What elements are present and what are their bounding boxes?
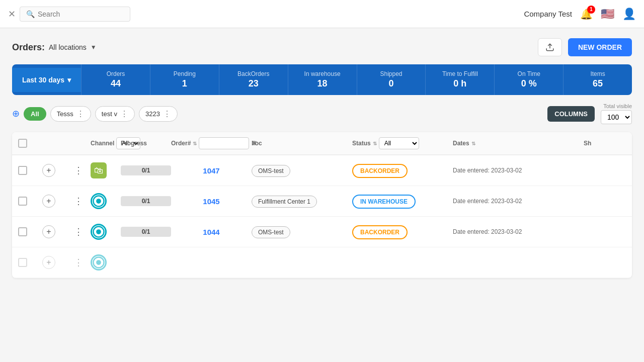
row2-checkbox-cell bbox=[18, 197, 42, 206]
columns-button[interactable]: COLUMNS bbox=[547, 106, 595, 122]
row3-location: OMS-test bbox=[252, 228, 352, 236]
oms-icon bbox=[91, 193, 107, 209]
col-dates-label: Dates bbox=[453, 140, 469, 147]
row3-menu-button[interactable]: ⋮ bbox=[66, 226, 91, 237]
stat-orders-label: Orders bbox=[86, 70, 146, 77]
visible-count-select[interactable]: 100 50 25 bbox=[601, 110, 632, 124]
oms-icon bbox=[91, 224, 107, 240]
row2-menu-button[interactable]: ⋮ bbox=[66, 196, 91, 207]
total-visible-label: Total visible bbox=[603, 103, 632, 109]
stats-period-button[interactable]: Last 30 days ▾ bbox=[12, 68, 81, 92]
row1-date: Date entered: 2023-03-02 bbox=[453, 167, 584, 174]
stat-orders: Orders 44 bbox=[81, 64, 150, 95]
topbar-right: Company Test 🔔 1 🇺🇸 👤 bbox=[524, 8, 636, 21]
row2-channel bbox=[91, 193, 121, 209]
filter-chip-tesss-menu[interactable]: ⋮ bbox=[76, 109, 85, 119]
row3-add-button[interactable]: + bbox=[42, 225, 55, 238]
stat-backorders: BackOrders 23 bbox=[219, 64, 288, 95]
row2-add-button[interactable]: + bbox=[42, 195, 55, 208]
order-search-input[interactable] bbox=[199, 137, 249, 149]
stats-bar: Last 30 days ▾ Orders 44 Pending 1 BackO… bbox=[12, 64, 632, 95]
col-lloc-header: lloc bbox=[252, 140, 352, 147]
row2-checkbox[interactable] bbox=[18, 197, 27, 206]
filter-chip-3223-label: 3223 bbox=[145, 110, 160, 118]
stat-pending: Pending 1 bbox=[150, 64, 219, 95]
stat-pending-value: 1 bbox=[154, 78, 215, 89]
svg-point-2 bbox=[96, 199, 101, 204]
user-icon[interactable]: 👤 bbox=[622, 8, 636, 21]
row1-add-button[interactable]: + bbox=[42, 164, 55, 177]
row1-checkbox[interactable] bbox=[18, 166, 27, 175]
col-ordernum-label: Order# bbox=[171, 140, 191, 147]
row4-checkbox-cell bbox=[18, 258, 42, 267]
table-header: Channel All Progress Order# ⇅ ✕ lloc Sta… bbox=[12, 132, 632, 155]
stat-time-fulfill: Time to Fulfill 0 h bbox=[425, 64, 494, 95]
header-actions: NEW ORDER bbox=[538, 38, 632, 56]
row4-add-button[interactable]: + bbox=[42, 256, 55, 269]
oms-icon bbox=[91, 254, 107, 270]
export-button[interactable] bbox=[538, 38, 562, 56]
ordernum-sort-icon[interactable]: ⇅ bbox=[193, 141, 197, 146]
notification-bell[interactable]: 🔔 1 bbox=[580, 8, 593, 20]
row3-checkbox[interactable] bbox=[18, 227, 27, 236]
row1-menu-button[interactable]: ⋮ bbox=[66, 165, 91, 176]
stat-shipped-value: 0 bbox=[361, 78, 422, 89]
main-content: Orders: All locations ▼ NEW ORDER Last 3… bbox=[0, 28, 644, 288]
filter-chip-3223[interactable]: 3223 ⋮ bbox=[139, 106, 178, 122]
stat-inwarehouse-label: In warehouse bbox=[292, 70, 353, 77]
table-row: + ⋮ 🛍 0/1 1047 OMS-test BACKORDER Date e… bbox=[12, 155, 632, 186]
location-dropdown-icon[interactable]: ▼ bbox=[91, 44, 97, 51]
stat-ontime-label: On Time bbox=[499, 70, 559, 77]
row2-location-badge: Fulfillment Center 1 bbox=[252, 196, 317, 208]
row2-status: IN WAREHOUSE bbox=[352, 197, 453, 205]
stat-orders-value: 44 bbox=[86, 78, 146, 89]
svg-point-4 bbox=[96, 229, 101, 234]
stat-time-fulfill-value: 0 h bbox=[430, 78, 490, 89]
row4-checkbox[interactable] bbox=[18, 258, 27, 267]
row2-order-link[interactable]: 1045 bbox=[171, 197, 252, 206]
row3-status: BACKORDER bbox=[352, 228, 453, 236]
row1-status-badge: BACKORDER bbox=[352, 164, 408, 178]
shopify-icon: 🛍 bbox=[91, 162, 107, 178]
search-wrapper: 🔍 bbox=[20, 7, 130, 22]
row2-progress: 0/1 bbox=[121, 196, 171, 206]
orders-title-label: Orders: bbox=[12, 42, 45, 53]
row2-date: Date entered: 2023-03-02 bbox=[453, 198, 584, 205]
row3-order-link[interactable]: 1044 bbox=[171, 228, 252, 236]
filter-add-button[interactable]: ⊕ bbox=[12, 108, 20, 119]
dates-sort-icon[interactable]: ⇅ bbox=[471, 141, 475, 146]
orders-header: Orders: All locations ▼ NEW ORDER bbox=[12, 38, 632, 56]
stat-inwarehouse-value: 18 bbox=[292, 78, 353, 89]
row4-menu-button[interactable]: ⋮ bbox=[66, 257, 91, 268]
col-status-label: Status bbox=[352, 140, 371, 147]
row1-order-link[interactable]: 1047 bbox=[171, 166, 252, 175]
col-select-all[interactable] bbox=[18, 139, 42, 148]
filter-chip-3223-menu[interactable]: ⋮ bbox=[163, 109, 171, 119]
orders-location: All locations bbox=[49, 43, 87, 51]
topbar: ✕ 🔍 Company Test 🔔 1 🇺🇸 👤 bbox=[0, 0, 644, 28]
status-sort-icon[interactable]: ⇅ bbox=[373, 141, 377, 146]
select-all-checkbox[interactable] bbox=[18, 139, 27, 148]
row3-progress: 0/1 bbox=[121, 227, 171, 237]
filter-chip-testv[interactable]: test v ⋮ bbox=[95, 106, 135, 122]
filter-chip-tesss[interactable]: Tesss ⋮ bbox=[50, 106, 91, 122]
table-row: + ⋮ 0/1 1044 OMS-test BACKORDER Date ent… bbox=[12, 217, 632, 247]
search-input[interactable] bbox=[38, 10, 118, 18]
close-icon[interactable]: ✕ bbox=[8, 9, 16, 20]
row3-status-badge: BACKORDER bbox=[352, 225, 408, 239]
row1-location: OMS-test bbox=[252, 166, 352, 174]
filter-all-button[interactable]: All bbox=[24, 107, 46, 121]
row4-channel bbox=[91, 254, 121, 270]
filter-chip-testv-menu[interactable]: ⋮ bbox=[120, 109, 128, 119]
stat-ontime-value: 0 % bbox=[499, 78, 559, 89]
stat-items-value: 65 bbox=[568, 78, 628, 89]
table-row: + ⋮ bbox=[12, 247, 632, 278]
notification-badge: 1 bbox=[587, 6, 595, 14]
status-filter-select[interactable]: All bbox=[379, 137, 419, 149]
stat-items: Items 65 bbox=[563, 64, 632, 95]
row2-status-badge: IN WAREHOUSE bbox=[352, 195, 416, 209]
new-order-button[interactable]: NEW ORDER bbox=[568, 38, 632, 56]
stat-shipped: Shipped 0 bbox=[357, 64, 426, 95]
orders-table: Channel All Progress Order# ⇅ ✕ lloc Sta… bbox=[12, 132, 632, 278]
total-visible-group: Total visible 100 50 25 bbox=[601, 103, 632, 124]
